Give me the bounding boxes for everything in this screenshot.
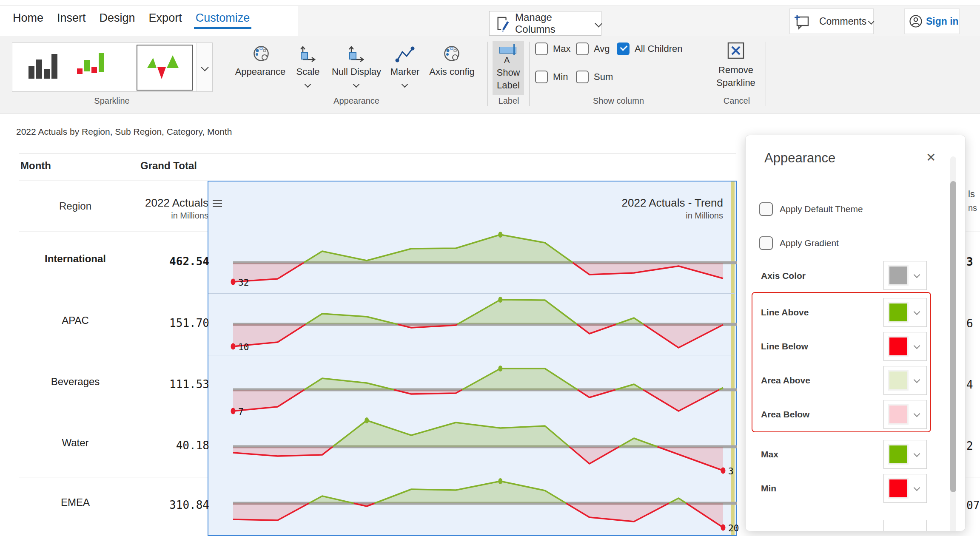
max-marker bbox=[498, 366, 502, 372]
gallery-tile-bar-sparkline[interactable] bbox=[28, 52, 58, 81]
tab-home[interactable]: Home bbox=[12, 9, 44, 27]
line-points-icon bbox=[395, 46, 415, 63]
sign-in-label: Sign in bbox=[926, 16, 959, 27]
axis-color-swatch bbox=[889, 267, 907, 284]
column-header-grand-total[interactable]: Grand Total bbox=[140, 160, 197, 172]
row-value-international[interactable]: 462.54 bbox=[132, 255, 209, 268]
chevron-down-icon bbox=[914, 451, 920, 457]
axis-config-button[interactable] bbox=[442, 44, 461, 65]
line-above-dropdown[interactable] bbox=[883, 298, 927, 327]
manage-columns-button[interactable]: Manage Columns bbox=[489, 11, 601, 36]
area-above-swatch bbox=[889, 372, 907, 389]
null-display-dropdown-chevron[interactable] bbox=[354, 81, 359, 88]
marker-button[interactable] bbox=[395, 46, 415, 65]
edge-value-fragment: 2 bbox=[966, 440, 973, 452]
sparkline-value-label: 32 bbox=[238, 278, 249, 288]
chevron-down-icon bbox=[201, 63, 208, 71]
panel-scrollbar-thumb[interactable] bbox=[950, 181, 956, 492]
area-above bbox=[304, 378, 394, 390]
max-color-dropdown[interactable] bbox=[883, 440, 927, 469]
sparkline-gallery bbox=[12, 43, 213, 92]
tab-insert[interactable]: Insert bbox=[56, 9, 87, 27]
area-above bbox=[457, 300, 577, 324]
line-below-swatch bbox=[889, 337, 907, 355]
line-above-label: Line Above bbox=[761, 298, 809, 327]
active-tab-underline bbox=[194, 27, 252, 29]
sign-in-button[interactable]: Sign in bbox=[904, 9, 960, 34]
checkbox-max[interactable] bbox=[535, 43, 548, 55]
marker-dropdown-chevron[interactable] bbox=[402, 81, 407, 88]
tab-export[interactable]: Export bbox=[148, 9, 183, 27]
tab-design[interactable]: Design bbox=[99, 9, 136, 27]
row-label-beverages[interactable]: Beverages bbox=[19, 376, 132, 388]
checkbox-min-label: Min bbox=[553, 71, 568, 83]
chevron-down-icon bbox=[914, 411, 920, 417]
add-comment-icon[interactable] bbox=[790, 9, 813, 34]
axis-color-dropdown[interactable] bbox=[883, 261, 927, 290]
row-label-international[interactable]: International bbox=[19, 253, 132, 265]
manage-columns-label: Manage Columns bbox=[515, 11, 591, 35]
apply-gradient-checkbox[interactable] bbox=[759, 236, 773, 250]
min-marker bbox=[721, 525, 725, 531]
appearance-button[interactable] bbox=[252, 44, 271, 65]
palette-icon bbox=[442, 44, 461, 63]
row-label-apac[interactable]: APAC bbox=[19, 315, 132, 326]
scale-button[interactable] bbox=[299, 44, 317, 65]
show-label-button[interactable]: A Show Label bbox=[493, 41, 524, 95]
max-marker bbox=[365, 417, 369, 423]
edge-value-fragment: 3 bbox=[966, 255, 973, 268]
tab-customize[interactable]: Customize bbox=[195, 9, 251, 27]
comments-button[interactable]: Comments bbox=[789, 9, 874, 34]
edge-value-fragment: 6 bbox=[966, 317, 973, 330]
gallery-expand-button[interactable] bbox=[197, 43, 212, 91]
main-menu: Home Insert Design Export Customize bbox=[12, 0, 251, 36]
min-marker bbox=[231, 343, 236, 350]
manage-columns-icon bbox=[496, 15, 510, 32]
close-icon[interactable]: ✕ bbox=[926, 150, 936, 164]
value-column-title: 2022 Actuals bbox=[132, 196, 208, 210]
partial-dropdown[interactable] bbox=[883, 520, 927, 531]
line-below-dropdown[interactable] bbox=[883, 332, 927, 361]
edge-header-fragment: ns bbox=[968, 203, 977, 213]
apply-default-theme-checkbox[interactable] bbox=[759, 202, 773, 216]
row-value-emea[interactable]: 310.84 bbox=[132, 499, 209, 511]
checkbox-all-children[interactable] bbox=[617, 43, 630, 55]
sparkline-value-label: 7 bbox=[238, 407, 244, 417]
chevron-down-icon bbox=[914, 343, 920, 349]
checkbox-max-label: Max bbox=[553, 43, 571, 55]
area-above-dropdown[interactable] bbox=[883, 366, 927, 395]
min-color-dropdown[interactable] bbox=[883, 474, 927, 503]
row-value-water[interactable]: 40.18 bbox=[132, 439, 209, 452]
checkbox-avg[interactable] bbox=[576, 43, 589, 55]
area-above-label: Area Above bbox=[761, 366, 810, 395]
row-label-water[interactable]: Water bbox=[19, 437, 132, 449]
scale-dropdown-chevron[interactable] bbox=[305, 81, 310, 88]
area-below bbox=[233, 503, 309, 520]
chevron-down-icon bbox=[914, 272, 920, 278]
row-label-emea[interactable]: EMEA bbox=[19, 496, 132, 508]
chevron-down-icon bbox=[914, 377, 920, 383]
table-border bbox=[966, 477, 980, 477]
column-header-month[interactable]: Month bbox=[20, 160, 51, 172]
gallery-tile-variance-sparkline[interactable] bbox=[77, 52, 105, 81]
axis-color-label: Axis Color bbox=[761, 261, 806, 290]
top-bar: Home Insert Design Export Customize Mana… bbox=[0, 0, 980, 36]
row-header-region[interactable]: Region bbox=[19, 200, 132, 212]
checkbox-sum-label: Sum bbox=[594, 71, 613, 83]
area-below-dropdown[interactable] bbox=[883, 400, 927, 429]
area-below-label: Area Below bbox=[761, 400, 809, 429]
min-color-label: Min bbox=[761, 474, 776, 503]
checkbox-sum[interactable] bbox=[576, 71, 589, 83]
null-display-axes-icon bbox=[347, 44, 366, 63]
area-below bbox=[643, 390, 719, 411]
table-border bbox=[19, 153, 736, 153]
row-value-beverages[interactable]: 111.53 bbox=[132, 378, 209, 391]
checkbox-min[interactable] bbox=[535, 71, 548, 83]
appearance-panel-title: Appearance bbox=[764, 150, 835, 166]
user-icon bbox=[909, 14, 923, 28]
null-display-button[interactable] bbox=[347, 44, 366, 65]
remove-sparkline-button[interactable]: Remove Sparkline bbox=[711, 40, 761, 95]
row-value-apac[interactable]: 151.70 bbox=[132, 317, 209, 329]
chevron-down-icon bbox=[595, 20, 602, 27]
gallery-tile-triangle-sparkline-selected[interactable] bbox=[137, 45, 193, 91]
